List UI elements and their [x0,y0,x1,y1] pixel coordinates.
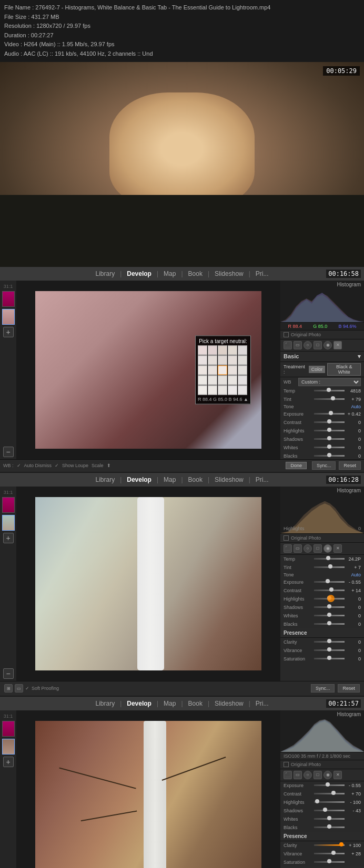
exp-slider-2[interactable] [314,413,345,415]
menu-develop-4[interactable]: Develop [122,700,157,707]
reset-btn-3[interactable]: Reset [338,684,360,693]
wb-cell[interactable] [238,375,247,385]
tool-4-5[interactable]: ◉ [323,771,332,779]
menu-slideshow-3[interactable]: Slideshow [209,476,249,483]
wb-cell[interactable] [198,355,207,365]
tool-4-6[interactable]: ✕ [333,771,342,779]
menu-map-2[interactable]: Map [158,270,181,277]
done-btn-2[interactable]: Done [286,462,307,469]
add-btn-3[interactable]: + [3,533,14,543]
tool-3-3[interactable]: ○ [304,544,312,553]
thumb-mini-4a[interactable] [2,721,15,737]
wb-grid[interactable] [198,345,248,395]
exp-slider-4[interactable] [314,784,345,786]
hl-slider-2[interactable] [314,430,345,431]
wb-cell[interactable] [208,365,217,375]
con-slider-2[interactable] [314,421,345,423]
tool-btn-3[interactable]: ○ [304,341,312,349]
wb-cell[interactable] [228,375,237,385]
cl-slider-3[interactable] [314,641,345,643]
sat-slider-3[interactable] [314,658,345,659]
menu-library-2[interactable]: Library [90,270,120,277]
menu-develop-2[interactable]: Develop [122,270,157,277]
vib-slider-4[interactable] [314,853,345,854]
sh-slider-2[interactable] [314,438,345,440]
sh-slider-3[interactable] [314,606,345,608]
sync-btn-2[interactable]: Sync... [312,461,336,470]
tool-4-1[interactable]: ⬛ [284,771,292,779]
exp-slider-3[interactable] [314,581,345,583]
wb-cell[interactable] [218,375,227,385]
wb-cell[interactable] [208,355,217,365]
color-btn-2[interactable]: Color [309,366,326,373]
wb-cell[interactable] [198,365,207,375]
tool-btn-6[interactable]: ✕ [333,341,342,349]
fit-btn-3[interactable]: ▭ [15,684,23,693]
sh-slider-4[interactable] [314,810,345,811]
wb-cell[interactable] [238,385,247,395]
zoom-btn-3[interactable]: ⊞ [4,684,13,693]
temp-slider-3[interactable] [314,558,345,560]
wb-cell[interactable] [198,375,207,385]
menu-slideshow-2[interactable]: Slideshow [209,270,249,277]
tone-auto-3[interactable]: Auto [351,572,361,577]
tool-btn-5[interactable]: ◉ [323,341,332,349]
menu-slideshow-4[interactable]: Slideshow [209,700,249,707]
tone-auto-2[interactable]: Auto [351,404,361,409]
wb-cell[interactable] [218,345,227,355]
wb-cell[interactable] [228,365,237,375]
wh-slider-2[interactable] [314,447,345,448]
thumb-mini-2[interactable] [2,309,15,325]
orig-photo-checkbox-2[interactable] [284,332,289,337]
tint-slider-2[interactable] [314,398,345,400]
wb-cell[interactable] [228,345,237,355]
tool-3-4[interactable]: □ [314,544,322,553]
bl-slider-4[interactable] [314,826,345,828]
tool-3-5[interactable]: ◉ [323,544,332,553]
menu-map-3[interactable]: Map [158,476,181,483]
thumb-mini-1[interactable] [2,291,15,307]
wb-cell[interactable] [228,355,237,365]
wh-slider-3[interactable] [314,615,345,616]
tool-btn-4[interactable]: □ [314,341,322,349]
con-slider-3[interactable] [314,590,345,591]
bw-btn-2[interactable]: Black & White [327,363,361,376]
menu-map-4[interactable]: Map [158,700,181,707]
tool-3-1[interactable]: ⬛ [284,544,292,553]
tool-3-2[interactable]: ▭ [294,544,302,553]
wb-cell-selected[interactable] [218,365,227,375]
thumb-mini-4b[interactable] [2,739,15,755]
remove-photo-btn[interactable]: − [3,447,14,457]
tool-4-3[interactable]: ○ [304,771,312,779]
add-photo-btn[interactable]: + [3,327,14,337]
wb-cell[interactable] [238,345,247,355]
wb-cell[interactable] [208,375,217,385]
hl-slider-4[interactable] [314,801,345,803]
menu-print-3[interactable]: Pri... [250,476,274,483]
wb-cell[interactable] [198,385,207,395]
wb-select-2[interactable]: Custom : [298,378,361,386]
sat-slider-4[interactable] [314,861,345,863]
tool-3-6[interactable]: ✕ [333,544,342,553]
tool-4-4[interactable]: □ [314,771,322,779]
bl-slider-3[interactable] [314,623,345,625]
minus-btn-3[interactable]: − [3,668,14,679]
vib-slider-3[interactable] [314,649,345,651]
wb-cell[interactable] [238,355,247,365]
thumb-mini-3b[interactable] [2,515,15,531]
wb-cell[interactable] [228,385,237,395]
menu-print-2[interactable]: Pri... [250,270,274,277]
reset-btn-2[interactable]: Reset [339,461,361,470]
bl-slider-2[interactable] [314,455,345,457]
sync-btn-3[interactable]: Sync... [311,684,335,693]
add-btn-4[interactable]: + [3,757,14,767]
orig-photo-checkbox-4[interactable] [284,762,289,767]
tool-btn-2[interactable]: ▭ [294,341,302,349]
thumb-mini-3a[interactable] [2,497,15,513]
menu-develop-3[interactable]: Develop [122,476,157,483]
menu-book-4[interactable]: Book [183,700,208,707]
temp-slider-2[interactable] [314,390,345,391]
hl-slider-3[interactable] [314,598,345,600]
wh-slider-4[interactable] [314,818,345,820]
tool-btn-1[interactable]: ⬛ [284,341,292,349]
